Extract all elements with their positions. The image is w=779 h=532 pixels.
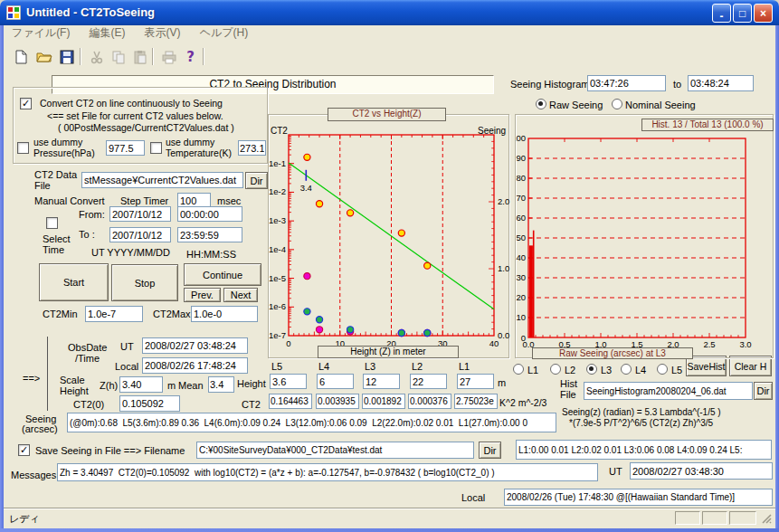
- obs-ut-input[interactable]: [142, 337, 248, 354]
- menu-item-view[interactable]: 表示(V): [145, 25, 181, 41]
- to-time-input[interactable]: [177, 227, 242, 242]
- close-button[interactable]: ×: [754, 4, 773, 23]
- scale-label1: Scale: [60, 375, 85, 385]
- to-row-label: To :: [79, 229, 95, 240]
- window-title: Untitled - CT2ToSeeing: [26, 5, 155, 19]
- ct2-l3-input[interactable]: [362, 394, 405, 409]
- level-radio-l4[interactable]: [621, 364, 632, 375]
- resize-grip[interactable]: [761, 513, 773, 525]
- copy-pages-icon[interactable]: [109, 47, 128, 66]
- histogram-from-input[interactable]: [587, 75, 666, 91]
- seeing-values-input[interactable]: [67, 413, 556, 432]
- msec-label: msec: [217, 195, 241, 206]
- obsdate-label: ObsDate: [68, 342, 107, 353]
- height-l2-input[interactable]: [410, 374, 447, 389]
- hist-dir-button[interactable]: Dir: [754, 382, 773, 400]
- ct2max-label: CT2Max: [153, 309, 191, 319]
- convert-ct2-checkbox[interactable]: ✓: [20, 98, 32, 109]
- level-radio-l2[interactable]: [550, 364, 561, 375]
- bottom-local-input[interactable]: [504, 489, 773, 506]
- level-radio-l1[interactable]: [513, 364, 524, 375]
- maximize-button[interactable]: □: [733, 4, 752, 23]
- to-label: to: [673, 79, 681, 90]
- save-floppy-icon[interactable]: [57, 47, 76, 66]
- raw-seeing-radio[interactable]: [536, 99, 546, 109]
- level-radio-l3[interactable]: [586, 364, 597, 375]
- continue-button[interactable]: Continue: [184, 263, 261, 286]
- height-l1-input[interactable]: [457, 374, 494, 389]
- to-date-input[interactable]: [109, 227, 171, 242]
- nominal-seeing-label: Nominal Seeing: [625, 100, 696, 110]
- from-time-input[interactable]: [177, 206, 242, 222]
- ct2-file-dir-button[interactable]: Dir: [245, 172, 268, 189]
- svg-text:80: 80: [516, 173, 526, 183]
- svg-text:2.0: 2.0: [498, 196, 509, 206]
- ct2-vs-height-chart: 1e-11e-21e-31e-41e-51e-61e-70102030402.0…: [269, 115, 510, 360]
- print-printer-icon[interactable]: [159, 47, 178, 66]
- help-question-icon[interactable]: ?: [181, 47, 200, 66]
- ct2-data-file-input[interactable]: [81, 172, 243, 188]
- svg-text:60: 60: [516, 213, 526, 223]
- from-label: From:: [79, 209, 105, 220]
- dummy-pressure-checkbox[interactable]: [17, 142, 29, 154]
- current-ct2-path-hint: ( 00PostMessage/CurrentCT2Values.dat ): [58, 122, 234, 133]
- level-radio-l4-label: L4: [635, 365, 646, 375]
- mean-input[interactable]: [208, 376, 234, 393]
- level-radio-l3-label: L3: [601, 365, 612, 375]
- nominal-seeing-radio[interactable]: [612, 99, 622, 109]
- ct2-l5-input[interactable]: [269, 394, 312, 409]
- open-folder-icon[interactable]: [34, 47, 53, 66]
- menu-item-edit[interactable]: 編集(E): [90, 25, 126, 41]
- save-filename-input[interactable]: [196, 442, 474, 459]
- bottom-ut-input[interactable]: [630, 462, 773, 480]
- hist-file-label1: Hist: [560, 378, 577, 389]
- save-dir-button[interactable]: Dir: [479, 442, 501, 459]
- paste-clipboard-icon[interactable]: [130, 47, 149, 66]
- zh-input[interactable]: [119, 376, 163, 393]
- level-seeing-summary-input[interactable]: [516, 440, 772, 460]
- pressure-input[interactable]: [106, 140, 145, 156]
- messages-input[interactable]: [57, 463, 598, 481]
- svg-text:30: 30: [516, 272, 526, 282]
- prev-button[interactable]: Prev.: [184, 288, 221, 302]
- ct2min-input[interactable]: [85, 306, 143, 322]
- stop-button[interactable]: Stop: [111, 264, 178, 301]
- histogram-to-input[interactable]: [688, 75, 754, 91]
- height-l5-input[interactable]: [270, 374, 307, 389]
- select-time-checkbox[interactable]: [46, 217, 58, 229]
- dummy-temperature-checkbox[interactable]: [150, 142, 162, 154]
- save-seeing-checkbox[interactable]: ✓: [18, 444, 30, 456]
- title-bar[interactable]: Untitled - CT2ToSeeing - □ ×: [0, 0, 779, 25]
- ct2-l1-input[interactable]: [454, 394, 498, 409]
- temperature-input[interactable]: [238, 140, 266, 156]
- obs-local-input[interactable]: [142, 357, 248, 374]
- level-radio-l5[interactable]: [657, 364, 668, 375]
- svg-text:1e-2: 1e-2: [269, 186, 286, 196]
- ct20-input[interactable]: [119, 395, 180, 412]
- status-bar: レディ: [4, 508, 775, 529]
- menu-item-file[interactable]: ファイル(F): [12, 25, 70, 41]
- start-button[interactable]: Start: [39, 263, 109, 301]
- ct2max-input[interactable]: [191, 306, 258, 322]
- new-file-icon[interactable]: [11, 47, 30, 66]
- ct2-data-file-label2: File: [34, 180, 51, 191]
- minimize-button[interactable]: -: [712, 4, 731, 23]
- window-border-right: [775, 25, 779, 528]
- minimize-icon: -: [720, 10, 724, 23]
- ct2-l2-input[interactable]: [408, 394, 451, 409]
- height-l4-input[interactable]: [317, 374, 354, 389]
- ct2-row-label: CT2: [242, 399, 261, 410]
- cut-scissors-icon[interactable]: [87, 47, 106, 66]
- from-date-input[interactable]: [109, 206, 171, 222]
- next-button[interactable]: Next: [223, 288, 258, 302]
- messages-label: Messages: [11, 470, 56, 480]
- menu-item-help[interactable]: ヘルプ(H): [200, 25, 249, 41]
- hist-file-input[interactable]: [584, 382, 753, 400]
- height-l3-input[interactable]: [363, 374, 400, 389]
- ct2-chart-xlabel: Height (Z) in meter: [318, 346, 459, 358]
- ct2-l4-input[interactable]: [316, 394, 359, 409]
- svg-text:0.0: 0.0: [498, 330, 509, 340]
- obs-ut-label: UT: [120, 341, 134, 352]
- seeing-formula-line1: Seeing(z) (radian) = 5.3 Lambda^(-1/5 ): [562, 407, 721, 418]
- svg-text:90: 90: [516, 153, 526, 163]
